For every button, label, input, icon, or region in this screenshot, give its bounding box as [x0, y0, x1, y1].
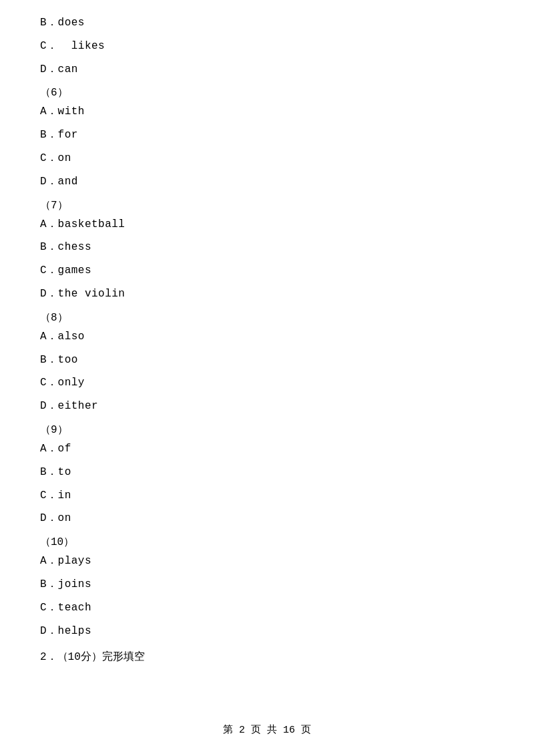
option-c-likes: C． likes	[40, 37, 494, 56]
option-label: D．helps	[40, 622, 494, 641]
q6-option-d: D．and	[40, 172, 494, 192]
page-content: B．does C． likes D．can （6） A．with B．for C…	[0, 0, 534, 708]
option-label: C．teach	[40, 598, 494, 618]
option-label: D．on	[40, 509, 494, 528]
q7-option-a: A．basketball	[40, 215, 494, 234]
page-footer: 第 2 页 共 16 页	[0, 723, 534, 736]
question-7-number: （7）	[40, 198, 494, 212]
option-label: B．chess	[40, 238, 494, 257]
option-label: A．of	[40, 439, 494, 459]
q7-option-c: C．games	[40, 261, 494, 280]
q6-option-c: C．on	[40, 149, 494, 168]
option-label: A．also	[40, 327, 494, 347]
option-label: D．and	[40, 172, 494, 192]
option-label: B．does	[40, 13, 494, 33]
option-label: B．too	[40, 351, 494, 370]
q6-option-a: A．with	[40, 102, 494, 122]
option-label: C．on	[40, 149, 494, 168]
option-label: A．with	[40, 102, 494, 122]
section-2-label: 2．（10分）完形填空	[40, 650, 494, 664]
option-label: C． likes	[40, 37, 494, 56]
option-label: C．in	[40, 486, 494, 506]
q6-option-b: B．for	[40, 126, 494, 145]
question-10-number: （10）	[40, 535, 494, 549]
option-label: C．games	[40, 261, 494, 280]
q8-option-a: A．also	[40, 327, 494, 347]
q7-option-d: D．the violin	[40, 285, 494, 304]
option-b-does: B．does	[40, 13, 494, 33]
option-label: B．for	[40, 126, 494, 145]
q10-option-a: A．plays	[40, 552, 494, 571]
question-6-number: （6）	[40, 85, 494, 100]
option-label: D．the violin	[40, 285, 494, 304]
question-9-number: （9）	[40, 423, 494, 437]
q10-option-c: C．teach	[40, 598, 494, 618]
question-8-number: （8）	[40, 311, 494, 325]
q10-option-d: D．helps	[40, 622, 494, 641]
q9-option-b: B．to	[40, 463, 494, 482]
q9-option-d: D．on	[40, 509, 494, 528]
option-label: B．joins	[40, 575, 494, 594]
option-d-can: D．can	[40, 60, 494, 79]
option-label: A．basketball	[40, 215, 494, 234]
q8-option-b: B．too	[40, 351, 494, 370]
option-label: D．can	[40, 60, 494, 79]
option-label: B．to	[40, 463, 494, 482]
q8-option-d: D．either	[40, 397, 494, 416]
q9-option-a: A．of	[40, 439, 494, 459]
q8-option-c: C．only	[40, 373, 494, 393]
q9-option-c: C．in	[40, 486, 494, 506]
option-label: D．either	[40, 397, 494, 416]
option-label: A．plays	[40, 552, 494, 571]
q7-option-b: B．chess	[40, 238, 494, 257]
option-label: C．only	[40, 373, 494, 393]
q10-option-b: B．joins	[40, 575, 494, 594]
